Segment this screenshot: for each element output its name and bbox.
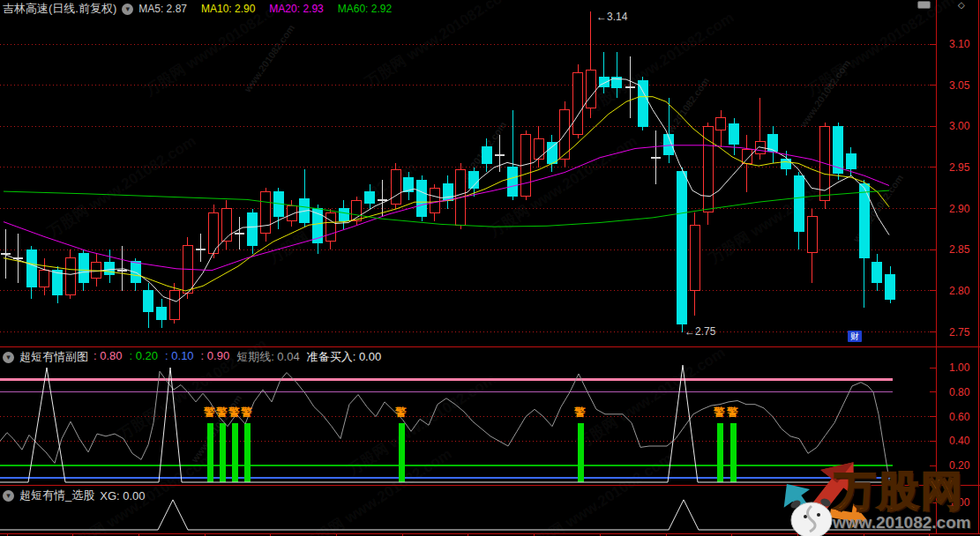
- calf-head-icon: [789, 497, 832, 536]
- news-marker-icon[interactable]: 财: [848, 331, 862, 342]
- stock-chart-window: 万股网 www.201082.com万股网 www.201082.com万股网 …: [0, 0, 980, 536]
- window-mini-icon[interactable]: [917, 1, 931, 9]
- site-logo-url: www.201082.com: [833, 513, 971, 532]
- site-logo-text: 万股网: [834, 464, 964, 519]
